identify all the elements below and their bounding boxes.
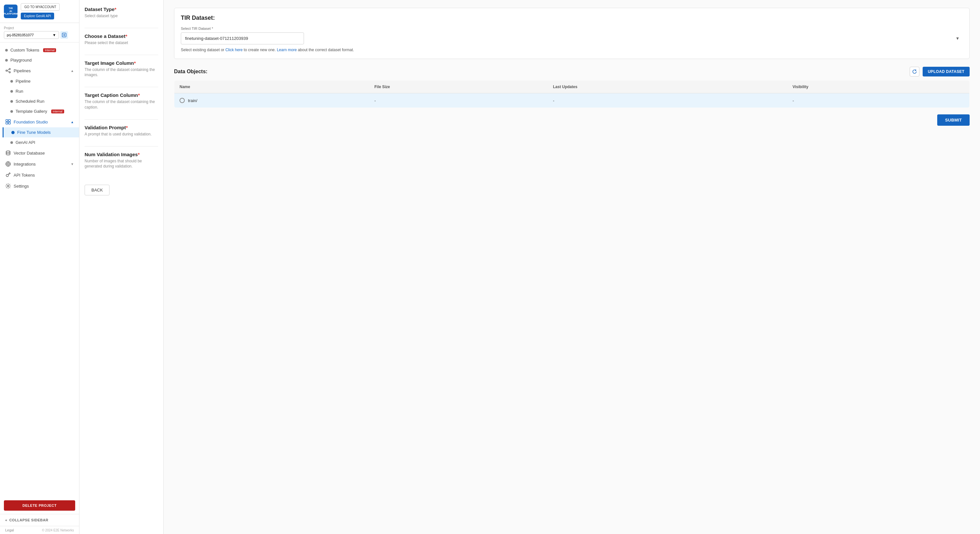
sidebar: TIR AI PLATFORM GO TO MYACCOUNT Explore … <box>0 0 80 534</box>
col-file-size: File Size <box>369 81 548 93</box>
chevron-down-icon: ▼ <box>52 33 56 37</box>
step-desc: Please select the dataset <box>84 40 158 46</box>
sidebar-item-label: Run <box>16 89 23 94</box>
table-body: train/ - - - <box>174 93 970 108</box>
sidebar-section-api-tokens[interactable]: API Tokens <box>0 170 79 181</box>
sidebar-item-label: Foundation Studio <box>14 119 48 124</box>
upload-dataset-button[interactable]: UPLOAD DATASET <box>923 67 970 76</box>
data-objects-header: Data Objects: UPLOAD DATASET <box>174 67 970 76</box>
dot-icon <box>5 49 8 51</box>
header-actions: UPLOAD DATASET <box>910 67 970 76</box>
step-desc: A prompt that is used during validation. <box>84 132 158 137</box>
foundation-studio-subnav: Fine Tune Models GenAI API <box>0 127 79 148</box>
step-title: Validation Prompt* <box>84 125 158 130</box>
sidebar-item-pipeline[interactable]: Pipeline <box>3 76 79 86</box>
step-num-validation-images: Num Validation Images* Number of images … <box>84 152 158 170</box>
sidebar-section-integrations[interactable]: Integrations ▼ <box>0 159 79 170</box>
svg-point-5 <box>9 72 10 73</box>
dataset-select-wrapper: finetuning-dataset-071211203939 ▼ <box>181 32 963 44</box>
project-dropdown[interactable]: prj-05281051077 ▼ <box>4 31 59 39</box>
foundation-studio-icon <box>5 119 11 125</box>
logo: TIR AI PLATFORM <box>4 5 18 18</box>
select-tir-dataset-label: Select TIR Dataset * <box>181 27 963 30</box>
sidebar-item-template-gallery[interactable]: Template Gallery Internal <box>3 106 79 116</box>
svg-rect-10 <box>6 122 8 124</box>
svg-line-6 <box>7 69 9 71</box>
cell-visibility: - <box>787 93 969 108</box>
sidebar-item-label: Custom Tokens <box>10 48 39 52</box>
cell-last-updates: - <box>548 93 787 108</box>
go-to-myaccount-button[interactable]: GO TO MYACCOUNT <box>21 3 60 11</box>
learn-more-link[interactable]: Learn more <box>277 48 296 52</box>
project-value: prj-05281051077 <box>7 33 34 37</box>
chevron-up-icon: ▲ <box>71 120 74 124</box>
internal-badge: Internal <box>43 48 56 52</box>
sidebar-item-label: Template Gallery <box>16 109 47 114</box>
sidebar-item-scheduled-run[interactable]: Scheduled Run <box>3 96 79 106</box>
sidebar-item-custom-tokens[interactable]: Custom Tokens Internal <box>0 45 79 55</box>
project-section: Project prj-05281051077 ▼ <box>0 23 79 43</box>
internal-badge: Internal <box>51 110 64 113</box>
step-dataset-type: Dataset Type* Select dataset type <box>84 6 158 19</box>
sidebar-section-foundation-studio[interactable]: Foundation Studio ▲ <box>0 116 79 127</box>
data-objects-title: Data Objects: <box>174 69 207 75</box>
dot-icon <box>5 59 8 62</box>
tir-dataset-section: TIR Dataset: Select TIR Dataset * finetu… <box>174 8 970 59</box>
sidebar-item-label: Fine Tune Models <box>17 130 51 135</box>
add-project-icon[interactable] <box>60 31 68 39</box>
svg-line-7 <box>7 71 9 72</box>
active-dot-icon <box>11 131 14 134</box>
select-arrow-icon: ▼ <box>955 36 959 41</box>
dataset-panel: TIR Dataset: Select TIR Dataset * finetu… <box>164 0 980 534</box>
delete-project-button[interactable]: DELETE PROJECT <box>4 500 75 511</box>
table-header: Name File Size Last Updates Visibility <box>174 81 970 93</box>
svg-rect-11 <box>8 122 10 124</box>
step-target-caption-column: Target Caption Column* The column of the… <box>84 92 158 110</box>
svg-rect-8 <box>6 119 8 121</box>
sidebar-section-pipelines[interactable]: Pipelines ▲ <box>0 65 79 76</box>
dataset-select[interactable]: finetuning-dataset-071211203939 <box>181 32 304 44</box>
settings-icon <box>5 183 11 189</box>
sidebar-item-label: GenAI API <box>16 140 35 145</box>
col-name: Name <box>174 81 369 93</box>
dot-icon <box>10 100 13 103</box>
chevron-up-icon: ▲ <box>71 69 74 73</box>
dataset-hint: Select existing dataset or Click here to… <box>181 48 963 52</box>
click-here-link[interactable]: Click here <box>225 48 242 52</box>
data-objects-table: Name File Size Last Updates Visibility t… <box>174 80 970 108</box>
data-objects-section: Data Objects: UPLOAD DATASET Name File S… <box>174 67 970 126</box>
submit-row: SUBMIT <box>174 114 970 126</box>
svg-rect-9 <box>8 119 10 121</box>
submit-button[interactable]: SUBMIT <box>937 114 970 126</box>
svg-point-20 <box>8 185 9 187</box>
sidebar-section-settings[interactable]: Settings <box>0 181 79 191</box>
row-radio-button[interactable] <box>180 98 185 103</box>
cell-name: train/ <box>174 93 369 108</box>
sidebar-item-playground[interactable]: Playground <box>0 55 79 65</box>
table-row[interactable]: train/ - - - <box>174 93 970 108</box>
step-desc: Select dataset type <box>84 13 158 19</box>
chevron-left-icon: « <box>5 518 8 522</box>
dot-icon <box>10 110 13 113</box>
svg-point-12 <box>6 151 10 153</box>
legal-link[interactable]: Legal <box>5 528 14 532</box>
sidebar-item-label: Integrations <box>14 162 36 167</box>
svg-point-4 <box>9 68 10 70</box>
sidebar-item-label: Scheduled Run <box>16 99 45 104</box>
step-title: Target Image Column* <box>84 60 158 66</box>
pipelines-icon <box>5 68 11 73</box>
sidebar-section-vector-database[interactable]: Vector Database <box>0 148 79 159</box>
sidebar-item-genai-api[interactable]: GenAI API <box>3 137 79 148</box>
cell-file-size: - <box>369 93 548 108</box>
tir-dataset-title: TIR Dataset: <box>181 14 963 21</box>
collapse-sidebar-button[interactable]: « COLLAPSE SIDEBAR <box>0 514 79 526</box>
col-visibility: Visibility <box>787 81 969 93</box>
sidebar-item-run[interactable]: Run <box>3 86 79 96</box>
sidebar-item-label: Pipeline <box>16 79 30 84</box>
explore-genai-button[interactable]: Explore GenAI API <box>21 13 54 19</box>
back-button[interactable]: BACK <box>84 185 110 195</box>
sidebar-nav: Custom Tokens Internal Playground Pipeli… <box>0 43 79 497</box>
step-desc: The column of the dataset containing the… <box>84 99 158 110</box>
refresh-button[interactable] <box>910 67 920 76</box>
sidebar-item-fine-tune-models[interactable]: Fine Tune Models <box>3 127 79 137</box>
